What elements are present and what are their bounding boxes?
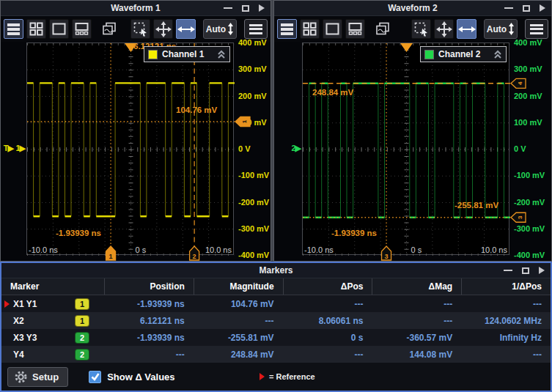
graticule[interactable]: 1 2 1 <box>26 42 234 255</box>
y-axis-tick-label: -200 mV <box>238 198 269 207</box>
marquee-select-icon <box>133 22 148 37</box>
marker-value-cell: --- <box>104 350 194 360</box>
cascade-windows-button[interactable] <box>99 19 119 39</box>
marker-table-row[interactable]: X3 Y3 2 -1.93939 ns-255.81 mV0 s-360.57 … <box>1 329 551 346</box>
column-header[interactable]: Marker <box>1 278 104 295</box>
column-header[interactable]: Position <box>104 278 194 295</box>
markers-footer: Setup Show Δ Values = Reference <box>1 363 551 391</box>
marker-value-cell: --- <box>372 316 461 326</box>
marker-flag-2[interactable]: 2 <box>190 246 199 260</box>
waveform-trace-plot[interactable]: 3 4 3 <box>303 43 510 256</box>
y-axis-tick-label: 0 V <box>238 144 251 153</box>
minimize-icon[interactable] <box>504 270 512 271</box>
marker-value-cell: 6.12121 ns <box>104 316 194 326</box>
maximize-icon[interactable] <box>242 5 249 12</box>
column-header[interactable]: ΔMag <box>372 278 461 295</box>
thumbnails-layout-icon <box>348 22 362 36</box>
y-axis-tick-label: 0 V <box>514 144 526 153</box>
trigger-gutter: 2▶ <box>274 42 302 255</box>
waveform-windows-row: Waveform 1 <box>0 0 552 262</box>
minimize-icon[interactable] <box>224 7 232 9</box>
window-menu-button[interactable] <box>525 19 548 39</box>
column-header[interactable]: 1/ΔPos <box>461 278 551 295</box>
marker-table-row[interactable]: X2 1 6.12121 ns---8.06061 ns---124.0602 … <box>1 312 551 329</box>
channel-ground-marker[interactable]: 1▶ <box>15 144 25 153</box>
maximize-icon[interactable] <box>522 267 529 274</box>
waveform-1-window: Waveform 1 <box>0 0 271 262</box>
svg-text:2: 2 <box>193 253 196 260</box>
grid-layout-icon <box>29 22 43 36</box>
vertical-arrows-icon <box>508 23 515 35</box>
marker-name: X1 Y1 <box>13 299 37 309</box>
trigger-gutter: T▶1▶ <box>1 42 26 255</box>
layout-single-button[interactable] <box>49 19 69 39</box>
marker-value-cell: --- <box>283 299 372 309</box>
oscilloscope-app: Waveform 1 <box>0 0 552 392</box>
popout-menu-icon[interactable] <box>259 4 265 12</box>
horizontal-arrows-icon <box>177 25 195 34</box>
cascade-windows-button[interactable] <box>372 19 392 39</box>
horizontal-zoom-button[interactable] <box>457 19 476 39</box>
y-axis-tick-label: 200 mV <box>514 92 542 100</box>
graticule[interactable]: 3 4 3 <box>302 42 509 255</box>
popout-menu-icon[interactable] <box>540 4 545 12</box>
waveform-1-plot-area: T▶1▶ 1 2 1 400 mV300 mV200 mV100 mV0 V-1… <box>1 42 271 261</box>
zoom-select-button[interactable] <box>411 19 431 39</box>
marker-table-row[interactable]: X1 Y1 1 -1.93939 ns104.76 mV--------- <box>1 295 551 312</box>
horizontal-zoom-button[interactable] <box>176 19 196 39</box>
popout-menu-icon[interactable] <box>539 267 545 274</box>
layout-thumbnails-button[interactable] <box>345 19 365 39</box>
channel-badge: 2 <box>75 332 89 344</box>
layout-rows-button[interactable] <box>4 19 23 39</box>
marker-flag-3[interactable]: 3 <box>382 246 391 260</box>
y-axis-tick-label: 200 mV <box>238 92 267 100</box>
y-axis-tick-label: -100 mV <box>514 171 545 180</box>
layout-thumbnails-button[interactable] <box>72 19 92 39</box>
layout-grid-button[interactable] <box>26 19 46 39</box>
marker-name: X3 Y3 <box>13 333 37 343</box>
marker-value-cell: -1.93939 ns <box>104 333 194 343</box>
gear-icon <box>14 370 28 384</box>
column-header[interactable]: Magnitude <box>194 278 283 295</box>
maximize-icon[interactable] <box>523 5 530 12</box>
y-axis-tick-label: -300 mV <box>238 224 269 233</box>
marker-flag-1[interactable]: 1 <box>106 246 116 260</box>
vertical-arrows-icon <box>227 23 234 35</box>
minimize-icon[interactable] <box>504 7 513 9</box>
marker-table-row[interactable]: Y4 2 ---248.84 mV---144.08 mV--- <box>1 346 551 363</box>
channel-label-box[interactable]: Channel 2 <box>420 46 507 62</box>
auto-scale-button[interactable]: Auto <box>484 19 518 39</box>
collapse-chevrons-icon[interactable] <box>217 50 226 59</box>
zoom-select-button[interactable] <box>130 19 150 39</box>
single-layout-icon <box>52 22 66 36</box>
y-axis-tick-label: -100 mV <box>238 171 269 180</box>
pan-tool-button[interactable] <box>153 19 173 39</box>
setup-label: Setup <box>32 371 59 382</box>
pan-tool-button[interactable] <box>434 19 454 39</box>
auto-scale-button[interactable]: Auto <box>203 19 237 39</box>
waveform-1-toolbar: Auto <box>1 16 271 42</box>
channel-name: Channel 2 <box>438 49 489 59</box>
trigger-time-marker[interactable] <box>125 43 137 52</box>
channel-label-box[interactable]: Channel 1 <box>144 46 230 62</box>
marquee-select-icon <box>414 22 429 37</box>
column-header[interactable]: ΔPos <box>283 278 372 295</box>
waveform-trace-plot[interactable]: 1 2 1 <box>27 43 235 256</box>
layout-grid-button[interactable] <box>300 19 320 39</box>
marker-value-cell: 124.0602 MHz <box>461 316 551 326</box>
trigger-time-marker[interactable] <box>400 43 413 52</box>
show-delta-values-checkbox[interactable] <box>89 371 101 383</box>
layout-rows-button[interactable] <box>277 19 297 39</box>
trigger-level-marker[interactable]: T▶ <box>4 144 13 153</box>
channel-ground-marker[interactable]: 2▶ <box>291 144 301 153</box>
window-menu-button[interactable] <box>244 19 268 39</box>
y-axis-tick-label: -400 mV <box>514 251 545 259</box>
waveform-2-plot-area: 2▶ 3 4 3 400 mV300 mV200 mV100 mV0 V-100… <box>274 42 551 261</box>
layout-single-button[interactable] <box>323 19 342 39</box>
y-axis-tick-label: -400 mV <box>238 251 269 259</box>
channel-badge: 1 <box>75 315 89 327</box>
cascade-windows-icon <box>102 22 117 36</box>
channel-color-swatch <box>424 50 434 59</box>
collapse-chevrons-icon[interactable] <box>493 50 502 59</box>
setup-button[interactable]: Setup <box>7 367 68 387</box>
